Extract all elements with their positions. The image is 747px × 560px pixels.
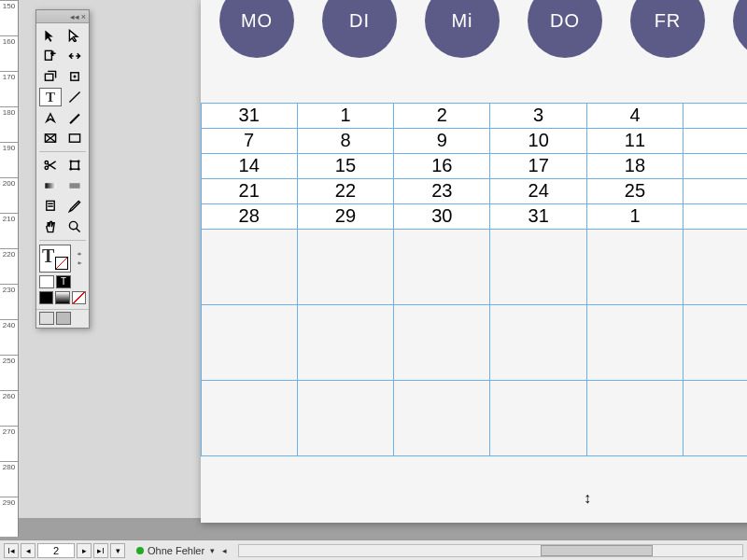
calendar-cell[interactable] (297, 380, 394, 456)
calendar-cell[interactable] (683, 178, 747, 204)
normal-view-icon[interactable] (39, 312, 54, 325)
calendar-cell[interactable]: 3 (489, 103, 586, 129)
calendar-cell[interactable] (683, 128, 747, 154)
calendar-cell[interactable] (683, 153, 747, 179)
calendar-cell[interactable]: 7 (201, 128, 298, 154)
content-placer-tool[interactable] (63, 67, 86, 86)
calendar-cell[interactable]: 23 (393, 178, 490, 204)
fill-stroke-swap[interactable]: T (39, 245, 71, 273)
calendar-cell[interactable] (586, 229, 684, 305)
calendar-cell[interactable] (489, 380, 586, 456)
calendar-cell[interactable] (683, 380, 747, 456)
selection-tool[interactable] (39, 26, 62, 45)
calendar-cell[interactable]: 10 (489, 128, 586, 154)
calendar-cell[interactable]: 31 (489, 203, 586, 230)
calendar-cell[interactable] (683, 304, 747, 381)
pen-tool[interactable] (39, 108, 62, 127)
weekday-circle[interactable]: MO (219, 0, 294, 58)
scrollbar-thumb[interactable] (541, 545, 653, 556)
calendar-cell[interactable] (586, 304, 684, 381)
note-tool[interactable] (39, 197, 62, 216)
close-icon[interactable]: × (81, 12, 86, 21)
hand-tool[interactable] (39, 217, 62, 236)
calendar-cell[interactable] (393, 304, 490, 381)
calendar-cell[interactable]: 14 (201, 153, 298, 179)
next-page-button[interactable]: ▸ (77, 543, 92, 558)
gap-tool[interactable] (63, 47, 86, 65)
calendar-cell[interactable] (683, 103, 747, 129)
calendar-cell[interactable] (489, 229, 586, 305)
pencil-tool[interactable] (63, 108, 86, 127)
calendar-cell[interactable]: 1 (297, 103, 394, 129)
calendar-cell[interactable]: 30 (393, 203, 490, 230)
calendar-cell[interactable]: 2 (393, 103, 490, 129)
calendar-cell[interactable] (683, 229, 747, 305)
calendar-cell[interactable] (586, 380, 684, 456)
swap-fill-stroke-icon[interactable] (73, 245, 86, 273)
scissors-tool[interactable] (39, 156, 62, 175)
calendar-cell[interactable]: 22 (297, 178, 394, 204)
calendar-cell[interactable]: 31 (201, 103, 298, 129)
format-text-icon[interactable]: T (56, 275, 71, 288)
eyedropper-tool[interactable] (63, 197, 86, 216)
calendar-cell[interactable]: 18 (586, 153, 684, 179)
horizontal-scrollbar[interactable] (238, 544, 743, 557)
rectangle-tool[interactable] (63, 129, 86, 147)
apply-color-black[interactable] (39, 291, 53, 304)
calendar-cell[interactable]: 1 (586, 203, 684, 230)
gradient-swatch-tool[interactable] (39, 176, 62, 195)
calendar-cell[interactable]: 9 (393, 128, 490, 154)
calendar-cell[interactable] (201, 229, 298, 305)
preview-view-icon[interactable] (56, 312, 71, 325)
gradient-feather-tool[interactable] (63, 176, 86, 195)
prev-page-button[interactable]: ◂ (21, 543, 35, 558)
free-transform-tool[interactable] (63, 156, 86, 175)
calendar-cell[interactable]: 24 (489, 178, 586, 204)
calendar-cell[interactable] (489, 304, 586, 381)
format-container-icon[interactable] (39, 275, 54, 288)
calendar-cell[interactable]: 17 (489, 153, 586, 179)
calendar-cell[interactable] (393, 380, 490, 456)
calendar-cell[interactable]: 8 (297, 128, 394, 154)
calendar-cell[interactable]: 15 (297, 153, 394, 179)
calendar-cell[interactable]: 11 (586, 128, 684, 154)
document-page[interactable]: MODIMiDOFRS 3112347891011141516171821222… (201, 0, 747, 523)
calendar-cell[interactable]: 4 (586, 103, 684, 129)
calendar-cell[interactable]: 29 (297, 203, 394, 230)
line-tool[interactable] (63, 88, 86, 106)
calendar-grid[interactable]: 3112347891011141516171821222324252829303… (201, 103, 747, 455)
page-navigator[interactable]: I◂ ◂ ▸ ▸I ▾ (0, 543, 129, 558)
direct-selection-tool[interactable] (63, 26, 86, 45)
page-tool[interactable] (39, 47, 62, 65)
page-number-input[interactable] (37, 543, 75, 558)
status-dropdown-icon-2[interactable]: ◂ (222, 546, 227, 555)
first-page-button[interactable]: I◂ (4, 543, 19, 558)
apply-none[interactable] (72, 291, 86, 304)
minimize-icon[interactable]: ◂◂ (70, 12, 79, 21)
weekday-circle[interactable]: DO (528, 0, 602, 58)
last-page-button[interactable]: ▸I (93, 543, 108, 558)
weekday-circle[interactable]: DI (322, 0, 397, 58)
calendar-cell[interactable] (201, 304, 298, 381)
page-menu-button[interactable]: ▾ (110, 543, 125, 558)
calendar-cell[interactable] (683, 203, 747, 230)
rectangle-frame-tool[interactable] (39, 129, 62, 147)
calendar-cell[interactable]: 21 (201, 178, 298, 204)
zoom-tool[interactable] (63, 217, 86, 236)
type-tool[interactable]: T (39, 88, 62, 106)
weekday-circle[interactable]: Mi (425, 0, 500, 58)
calendar-cell[interactable]: 28 (201, 203, 298, 230)
calendar-cell[interactable]: 16 (393, 153, 490, 179)
calendar-cell[interactable] (297, 304, 394, 381)
apply-gradient[interactable] (55, 291, 69, 304)
weekday-circle[interactable]: FR (630, 0, 705, 58)
weekday-circle[interactable]: S (733, 0, 747, 58)
content-collector-tool[interactable] (39, 67, 62, 86)
status-dropdown-icon[interactable]: ▾ (210, 546, 215, 555)
calendar-cell[interactable] (393, 229, 490, 305)
calendar-cell[interactable]: 25 (586, 178, 684, 204)
calendar-cell[interactable] (201, 380, 298, 456)
tools-panel-header[interactable]: ◂◂ × (36, 10, 89, 23)
tools-panel[interactable]: ◂◂ × T T T (35, 9, 90, 329)
calendar-cell[interactable] (297, 229, 394, 305)
